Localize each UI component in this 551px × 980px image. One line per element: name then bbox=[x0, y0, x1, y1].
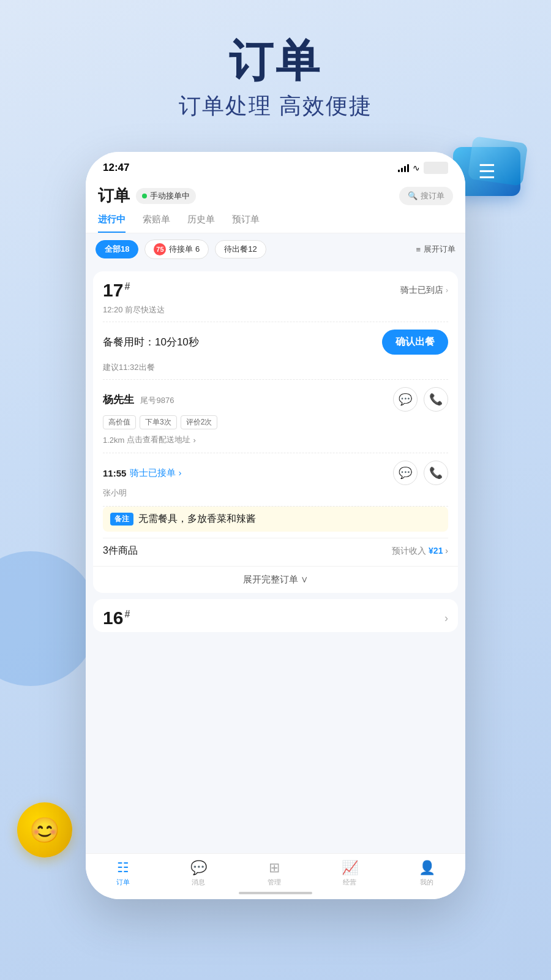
rider-time: 11:55 bbox=[103, 468, 126, 478]
order-16-chevron: › bbox=[444, 612, 448, 625]
green-dot-icon bbox=[142, 194, 147, 198]
nav-label-manage: 管理 bbox=[268, 878, 281, 887]
search-icon: 🔍 bbox=[408, 191, 418, 200]
nav-label-profile: 我的 bbox=[420, 878, 433, 887]
income-amount: ¥21 bbox=[429, 546, 443, 556]
page-header: 订单 订单处理 高效便捷 bbox=[0, 0, 551, 140]
phone-wrapper: 12:47 ∿ 订单 手动接单中 🔍 搜订单 bbox=[0, 152, 551, 899]
app-title: 订单 bbox=[98, 185, 130, 206]
rider-action-icons: 💬 📞 bbox=[393, 461, 448, 485]
nav-label-analytics: 经营 bbox=[343, 878, 356, 887]
order-items-count: 3件商品 bbox=[103, 545, 138, 557]
tab-reservations[interactable]: 预订单 bbox=[232, 214, 260, 233]
order-number-symbol: # bbox=[124, 281, 130, 292]
search-button[interactable]: 🔍 搜订单 bbox=[399, 187, 453, 205]
chat-rider-button[interactable]: 💬 bbox=[393, 461, 418, 485]
note-text: 无需餐具，多放香菜和辣酱 bbox=[138, 513, 256, 526]
card-icon: ☰ bbox=[478, 160, 496, 183]
page-title: 订单 bbox=[0, 37, 551, 85]
rider-row: 11:55 骑士已接单 › 💬 📞 bbox=[93, 453, 458, 488]
meal-suggest-time: 建议11:32出餐 bbox=[93, 362, 458, 379]
filter-meal-label: 待出餐12 bbox=[224, 244, 257, 255]
nav-item-manage[interactable]: ⊞ 管理 bbox=[268, 860, 281, 887]
meal-time-label: 备餐用时：10分10秒 bbox=[103, 335, 199, 349]
status-badge-label: 手动接单中 bbox=[150, 190, 190, 202]
order-card-16: 16# › bbox=[93, 599, 458, 632]
status-icons: ∿ bbox=[398, 162, 448, 174]
order-header-16: 16# › bbox=[93, 599, 458, 632]
rider-status-text[interactable]: 骑士已接单 › bbox=[130, 467, 181, 479]
address-link: 点击查看配送地址 bbox=[127, 434, 190, 445]
manage-nav-icon: ⊞ bbox=[269, 860, 280, 876]
rider-arrived-status[interactable]: 骑士已到店 › bbox=[400, 285, 448, 296]
order-number-16: 16# bbox=[103, 608, 130, 628]
call-rider-button[interactable]: 📞 bbox=[424, 461, 448, 485]
filter-pending-meal[interactable]: 待出餐12 bbox=[215, 240, 266, 258]
message-nav-icon: 💬 bbox=[190, 860, 207, 876]
customer-action-icons: 💬 📞 bbox=[393, 387, 448, 412]
filter-pending-pickup[interactable]: 75 待接单 6 bbox=[144, 239, 209, 259]
analytics-nav-icon: 📈 bbox=[342, 860, 358, 876]
filter-pending-label: 待接单 6 bbox=[169, 244, 200, 255]
status-time: 12:47 bbox=[103, 162, 129, 174]
order-number-16-symbol: # bbox=[124, 609, 130, 619]
customer-row: 杨先生 尾号9876 💬 📞 bbox=[93, 380, 458, 415]
order-card-17: 17# 骑士已到店 › 12:20 前尽快送达 备餐用时：10分10秒 确认出餐… bbox=[93, 271, 458, 593]
note-badge: 备注 bbox=[110, 513, 133, 526]
order-number-17: 17# bbox=[103, 280, 130, 301]
home-indicator bbox=[239, 892, 312, 894]
filter-bar: 全部18 75 待接单 6 待出餐12 ≡ 展开订单 bbox=[86, 233, 465, 265]
expand-label: 展开订单 bbox=[424, 244, 455, 255]
coin-decoration: 😊 bbox=[17, 802, 72, 858]
expand-order-button[interactable]: ≡ 展开订单 bbox=[416, 244, 455, 255]
rider-info: 11:55 骑士已接单 › bbox=[103, 467, 182, 479]
customer-name: 杨先生 bbox=[103, 394, 134, 405]
page-subtitle: 订单处理 高效便捷 bbox=[0, 91, 551, 121]
tag-order-count: 下单3次 bbox=[140, 415, 177, 429]
tag-high-value: 高价值 bbox=[103, 415, 136, 429]
nav-item-messages[interactable]: 💬 消息 bbox=[190, 860, 207, 887]
wifi-icon: ∿ bbox=[413, 163, 420, 173]
nav-item-orders[interactable]: ☷ 订单 bbox=[116, 860, 130, 887]
pending-badge: 75 bbox=[154, 243, 166, 255]
status-bar: 12:47 ∿ bbox=[86, 152, 465, 179]
order-header-17: 17# 骑士已到店 › bbox=[93, 271, 458, 304]
nav-item-analytics[interactable]: 📈 经营 bbox=[342, 860, 358, 887]
confirm-meal-button[interactable]: 确认出餐 bbox=[382, 330, 448, 355]
tab-active-orders[interactable]: 进行中 bbox=[98, 214, 126, 233]
delivery-time-hint: 12:20 前尽快送达 bbox=[93, 304, 458, 322]
customer-info: 杨先生 尾号9876 bbox=[103, 393, 174, 407]
expand-full-order-button[interactable]: 展开完整订单 ∨ bbox=[93, 566, 458, 593]
chat-customer-button[interactable]: 💬 bbox=[393, 387, 418, 412]
address-chevron: › bbox=[193, 435, 195, 445]
order-list: 17# 骑士已到店 › 12:20 前尽快送达 备餐用时：10分10秒 确认出餐… bbox=[86, 265, 465, 853]
tab-history[interactable]: 历史单 bbox=[187, 214, 215, 233]
order-nav-icon: ☷ bbox=[117, 860, 129, 876]
chevron-right-icon: › bbox=[446, 286, 448, 295]
order-footer: 3件商品 预计收入 ¥21 › bbox=[93, 538, 458, 566]
order-note: 备注 无需餐具，多放香菜和辣酱 bbox=[103, 507, 448, 532]
tag-review-count: 评价2次 bbox=[181, 415, 218, 429]
order-income[interactable]: 预计收入 ¥21 › bbox=[392, 546, 448, 557]
rider-arrived-label: 骑士已到店 bbox=[400, 285, 443, 296]
tab-bar: 进行中 索赔单 历史单 预订单 bbox=[86, 210, 465, 233]
expand-icon: ≡ bbox=[416, 245, 421, 254]
nav-item-profile[interactable]: 👤 我的 bbox=[419, 860, 435, 887]
search-label: 搜订单 bbox=[421, 190, 444, 202]
signal-icon bbox=[398, 164, 409, 172]
profile-nav-icon: 👤 bbox=[419, 860, 435, 876]
customer-tags: 高价值 下单3次 评价2次 bbox=[93, 415, 458, 434]
customer-distance[interactable]: 1.2km 点击查看配送地址 › bbox=[93, 434, 458, 453]
filter-all-label: 全部18 bbox=[105, 244, 129, 255]
distance-value: 1.2km bbox=[103, 435, 124, 445]
nav-label-orders: 订单 bbox=[116, 878, 130, 887]
app-header: 订单 手动接单中 🔍 搜订单 bbox=[86, 179, 465, 210]
status-badge: 手动接单中 bbox=[136, 188, 196, 204]
battery-icon bbox=[424, 162, 448, 174]
tab-claims[interactable]: 索赔单 bbox=[143, 214, 170, 233]
meal-time-row: 备餐用时：10分10秒 确认出餐 bbox=[93, 322, 458, 362]
customer-id: 尾号9876 bbox=[140, 396, 174, 405]
rider-name: 张小明 bbox=[93, 488, 458, 506]
call-customer-button[interactable]: 📞 bbox=[424, 387, 448, 412]
filter-all[interactable]: 全部18 bbox=[96, 240, 138, 258]
